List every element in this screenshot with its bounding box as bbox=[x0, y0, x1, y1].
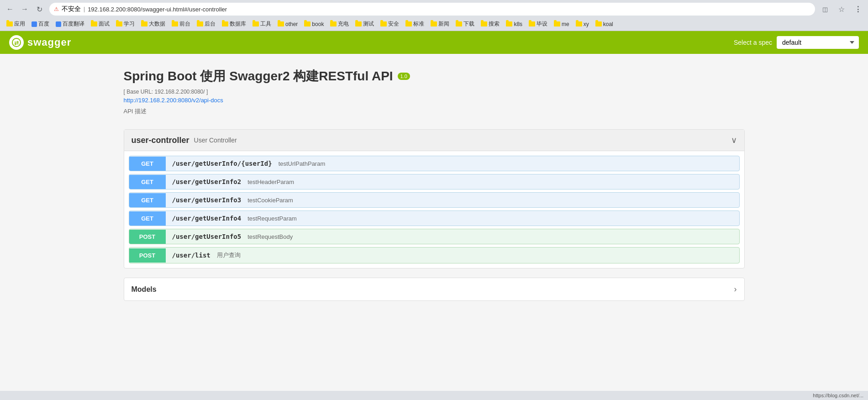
controller-desc: User Controller bbox=[194, 137, 237, 144]
method-badge: GET bbox=[129, 211, 166, 226]
security-label: 不安全 bbox=[62, 5, 81, 13]
endpoint-path: /user/list bbox=[166, 248, 217, 263]
bookmark-label: 百度 bbox=[38, 20, 49, 28]
folder-icon bbox=[278, 21, 284, 26]
back-button[interactable]: ← bbox=[4, 3, 16, 16]
spec-select[interactable]: default bbox=[777, 36, 859, 49]
forward-button[interactable]: → bbox=[18, 3, 31, 16]
bookmark-item[interactable]: 充电 bbox=[327, 19, 352, 29]
bookmark-label: 充电 bbox=[338, 20, 349, 28]
bookmark-item[interactable]: 安全 bbox=[378, 19, 402, 29]
method-badge: GET bbox=[129, 175, 166, 189]
api-docs-link[interactable]: http://192.168.2.200:8080/v2/api-docs bbox=[124, 97, 745, 104]
chevron-right-icon: › bbox=[734, 284, 737, 294]
bookmark-label: 面试 bbox=[99, 20, 110, 28]
bookmark-label: 百度翻译 bbox=[63, 20, 84, 28]
method-badge: POST bbox=[129, 230, 166, 244]
security-icon: ⚠ bbox=[54, 6, 59, 12]
bookmark-item[interactable]: 工具 bbox=[250, 19, 274, 29]
endpoint-path: /user/getUserInfo/{userId} bbox=[166, 156, 279, 171]
endpoint-summary: 用户查询 bbox=[217, 247, 241, 263]
endpoint-row[interactable]: GET/user/getUserInfo2testHeaderParam bbox=[129, 174, 740, 189]
bookmark-label: xy bbox=[584, 21, 589, 27]
endpoint-row[interactable]: POST/user/list用户查询 bbox=[129, 247, 740, 263]
endpoint-row[interactable]: GET/user/getUserInfo3testCookieParam bbox=[129, 192, 740, 208]
bookmark-item[interactable]: 前台 bbox=[169, 19, 193, 29]
bookmark-item[interactable]: 新闻 bbox=[428, 19, 452, 29]
api-description: API 描述 bbox=[124, 107, 745, 116]
bookmark-item[interactable]: k8s bbox=[503, 20, 525, 28]
menu-button[interactable]: ⋮ bbox=[852, 3, 864, 16]
chevron-down-icon: ∨ bbox=[731, 135, 737, 145]
browser-toolbar: ← → ↻ ⚠ 不安全 | 192.168.2.200:8080/swagger… bbox=[0, 0, 868, 18]
spec-selector: Select a spec default bbox=[734, 36, 859, 49]
bookmark-item[interactable]: 面试 bbox=[88, 19, 112, 29]
bookmark-item[interactable]: book bbox=[301, 20, 326, 28]
bookmark-item[interactable]: 标准 bbox=[403, 19, 427, 29]
bookmark-item[interactable]: 后台 bbox=[194, 19, 218, 29]
bookmark-item[interactable]: xy bbox=[573, 20, 592, 28]
controller-header[interactable]: user-controller User Controller ∨ bbox=[124, 130, 744, 151]
endpoint-row[interactable]: POST/user/getUserInfo5testRequestBody bbox=[129, 229, 740, 244]
endpoint-row[interactable]: GET/user/getUserInfo/{userId}testUrlPath… bbox=[129, 156, 740, 171]
folder-icon bbox=[141, 21, 147, 26]
bookmark-item[interactable]: 数据库 bbox=[219, 19, 249, 29]
bookmark-item[interactable]: koal bbox=[593, 20, 616, 28]
bookmark-label: 标准 bbox=[413, 20, 424, 28]
folder-icon bbox=[355, 21, 362, 26]
url-separator: | bbox=[84, 6, 85, 12]
controller-section: user-controller User Controller ∨ GET/us… bbox=[124, 129, 745, 268]
folder-icon bbox=[554, 21, 560, 26]
bookmark-label: koal bbox=[603, 21, 613, 27]
bookmark-item[interactable]: 学习 bbox=[113, 19, 137, 29]
bookmark-button[interactable]: ☆ bbox=[835, 3, 848, 16]
folder-icon bbox=[595, 21, 602, 26]
bookmark-item[interactable]: 搜索 bbox=[478, 19, 502, 29]
extensions-button[interactable]: ◫ bbox=[819, 3, 831, 16]
bookmark-item[interactable]: other bbox=[275, 20, 300, 28]
api-title-text: Spring Boot 使用 Swagger2 构建RESTful API bbox=[124, 68, 393, 85]
endpoint-path: /user/getUserInfo2 bbox=[166, 174, 248, 189]
bookmark-item[interactable]: 百度翻译 bbox=[53, 19, 87, 29]
endpoint-path: /user/getUserInfo4 bbox=[166, 211, 248, 226]
endpoint-summary: testHeaderParam bbox=[247, 175, 294, 189]
bookmark-item[interactable]: 毕设 bbox=[526, 19, 550, 29]
folder-icon bbox=[456, 21, 462, 26]
reload-button[interactable]: ↻ bbox=[33, 3, 46, 16]
bookmark-label: 测试 bbox=[363, 20, 374, 28]
controller-name: user-controller bbox=[132, 136, 189, 145]
bookmark-item[interactable]: me bbox=[551, 20, 572, 28]
base-url: [ Base URL: 192.168.2.200:8080/ ] bbox=[124, 89, 745, 95]
bookmark-item[interactable]: 大数据 bbox=[138, 19, 168, 29]
folder-icon bbox=[304, 21, 310, 26]
endpoint-path: /user/getUserInfo5 bbox=[166, 229, 248, 244]
swagger-logo-icon: ⇄ bbox=[9, 35, 24, 50]
url-text: 192.168.2.200:8080/swagger-ui.html#/user… bbox=[88, 6, 810, 13]
bookmark-label: 数据库 bbox=[230, 20, 246, 28]
endpoint-summary: testCookieParam bbox=[247, 193, 293, 207]
models-header[interactable]: Models › bbox=[124, 278, 744, 300]
endpoint-row[interactable]: GET/user/getUserInfo4testRequestParam bbox=[129, 211, 740, 226]
version-badge: 1.0 bbox=[398, 73, 410, 80]
endpoint-path: /user/getUserInfo3 bbox=[166, 193, 248, 207]
bookmark-label: 工具 bbox=[260, 20, 271, 28]
bookmark-item[interactable]: 下载 bbox=[453, 19, 477, 29]
bookmark-item[interactable]: 百度 bbox=[29, 19, 52, 29]
bookmark-label: me bbox=[562, 21, 569, 27]
bookmark-label: 新闻 bbox=[438, 20, 449, 28]
bookmark-label: 下载 bbox=[463, 20, 474, 28]
folder-icon bbox=[529, 21, 535, 26]
endpoints-list: GET/user/getUserInfo/{userId}testUrlPath… bbox=[124, 151, 744, 268]
api-header: Spring Boot 使用 Swagger2 构建RESTful API 1.… bbox=[124, 68, 745, 116]
bookmark-item[interactable]: 测试 bbox=[352, 19, 377, 29]
method-badge: GET bbox=[129, 193, 166, 207]
method-badge: POST bbox=[129, 248, 166, 263]
bookmark-label: book bbox=[312, 21, 324, 27]
bookmark-item[interactable]: 应用 bbox=[4, 19, 28, 29]
address-bar-container[interactable]: ⚠ 不安全 | 192.168.2.200:8080/swagger-ui.ht… bbox=[49, 3, 815, 16]
bookmark-label: 前台 bbox=[179, 20, 190, 28]
folder-icon bbox=[222, 21, 228, 26]
browser-chrome: ← → ↻ ⚠ 不安全 | 192.168.2.200:8080/swagger… bbox=[0, 0, 868, 31]
folder-icon bbox=[405, 21, 412, 26]
models-section: Models › bbox=[124, 278, 745, 301]
